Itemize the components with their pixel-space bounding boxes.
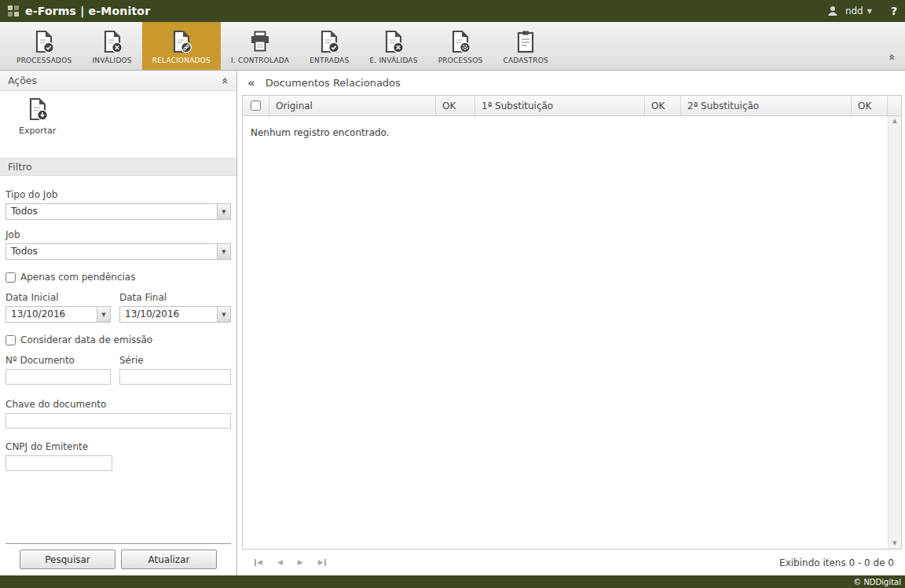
toolbar-item-label: RELACIONADOS: [152, 57, 211, 64]
job-dropdown-button: ▼: [217, 244, 230, 259]
data-inicial-dropdown-button: ▼: [97, 307, 110, 322]
app-window: e-Forms | e-Monitor ndd ▼ ? PROCESSADOS: [0, 0, 905, 588]
apenas-pendencias-checkbox[interactable]: [5, 272, 16, 283]
serie-label: Série: [119, 355, 231, 366]
scroll-down-icon[interactable]: ▼: [892, 541, 896, 546]
grid-body: Nenhum registro encontrado. ▲ ▼: [243, 116, 901, 549]
toolbar-item-label: CADASTROS: [503, 57, 548, 64]
doc-x-icon: [383, 29, 404, 53]
data-final-label: Data Final: [119, 292, 231, 303]
first-page-button[interactable]: ◀: [255, 559, 262, 566]
vertical-scrollbar[interactable]: ▲ ▼: [888, 116, 901, 549]
date-labels-row: Data Inicial Data Final: [5, 283, 231, 306]
toolbar-item-entradas[interactable]: ENTRADAS: [299, 22, 359, 70]
pagination-buttons: ◀ ◀ ▶ ▶: [255, 559, 326, 566]
sidebar-divider: [5, 543, 231, 544]
sidebar-buttons-row: Pesquisar Atualizar: [0, 550, 236, 569]
top-header: e-Forms | e-Monitor ndd ▼ ?: [0, 0, 905, 22]
job-select[interactable]: Todos ▼: [5, 243, 231, 260]
user-icon: [826, 5, 839, 17]
filter-panel-header: Filtro: [0, 158, 236, 176]
tipo-job-select[interactable]: Todos ▼: [5, 203, 231, 220]
emissao-check-row: Considerar data de emissão: [5, 334, 231, 345]
doc-gear-icon: [450, 29, 471, 53]
tipo-job-label: Tipo do Job: [5, 189, 231, 200]
search-button[interactable]: Pesquisar: [20, 550, 115, 569]
toolbar-item-invalidos[interactable]: INVÁLIDOS: [82, 22, 141, 70]
column-header-ok-3[interactable]: OK: [852, 96, 888, 115]
cnpj-emitente-label: CNPJ do Emitente: [5, 441, 231, 452]
last-page-icon: ▶: [318, 559, 324, 566]
toolbar-item-relacionados[interactable]: RELACIONADOS: [142, 22, 221, 70]
sidebar: Ações « Exportar Filtro Tipo do Job Todo…: [0, 71, 237, 575]
column-header-2a-substituicao[interactable]: 2ª Substituição: [681, 96, 852, 115]
date-inputs-row: 13/10/2016 ▼ 13/10/2016 ▼: [5, 306, 231, 323]
brand: e-Forms | e-Monitor: [8, 5, 150, 17]
page-title: Documentos Relacionados: [266, 77, 401, 89]
printer-icon: [248, 29, 272, 53]
column-header-ok-2[interactable]: OK: [645, 96, 681, 115]
select-all-cell: [243, 96, 269, 115]
chave-documento-label: Chave do documento: [5, 399, 231, 410]
ribbon-collapse-button[interactable]: «: [889, 52, 896, 64]
column-header-ok-1[interactable]: OK: [436, 96, 475, 115]
export-button[interactable]: Exportar: [19, 97, 56, 136]
apenas-pendencias-label: Apenas com pendências: [20, 272, 135, 283]
chevron-down-icon: ▼: [222, 209, 225, 215]
data-inicial-value: 13/10/2016: [6, 307, 97, 322]
first-page-icon: ◀: [257, 559, 262, 566]
last-page-button[interactable]: ▶: [318, 559, 326, 566]
user-area: ndd ▼ ?: [826, 5, 897, 17]
collapse-sidebar-button[interactable]: «: [247, 76, 255, 90]
tipo-job-dropdown-button: ▼: [217, 204, 230, 219]
column-header-original[interactable]: Original: [269, 96, 436, 115]
data-final-picker[interactable]: 13/10/2016 ▼: [119, 306, 231, 323]
toolbar-item-i-controlada[interactable]: I. CONTROLADA: [221, 22, 299, 70]
actions-panel-body: Exportar: [0, 91, 236, 141]
grid-header-stub: [888, 96, 901, 115]
copyright-text: © NDDigital: [853, 578, 901, 586]
footer-bar: © NDDigital: [0, 575, 905, 588]
column-header-1a-substituicao[interactable]: 1ª Substituição: [475, 96, 645, 115]
data-final-value: 13/10/2016: [120, 307, 217, 322]
next-page-button[interactable]: ▶: [298, 559, 303, 566]
clipboard-icon: [515, 29, 536, 53]
actions-panel-header: Ações «: [0, 71, 236, 91]
numero-documento-input[interactable]: [5, 369, 111, 385]
pagination-bar: ◀ ◀ ▶ ▶ Exibindo itens 0 - 0 de 0: [242, 550, 902, 575]
toolbar-item-label: E. INVÁLIDAS: [369, 57, 417, 64]
help-button[interactable]: ?: [891, 5, 897, 17]
doc-labels-row: Nº Documento Série: [5, 345, 231, 369]
toolbar-item-processados[interactable]: PROCESSADOS: [6, 22, 82, 70]
collapse-actions-icon[interactable]: «: [219, 77, 230, 84]
numero-documento-label: Nº Documento: [5, 355, 111, 366]
serie-input[interactable]: [119, 369, 231, 385]
considerar-emissao-label: Considerar data de emissão: [20, 334, 152, 345]
filter-form: Tipo do Job Todos ▼ Job Todos ▼ Apenas c…: [0, 176, 236, 543]
job-label: Job: [5, 229, 231, 240]
scroll-up-icon[interactable]: ▲: [892, 119, 896, 124]
chevron-down-icon: ▼: [867, 8, 872, 15]
toolbar-item-cadastros[interactable]: CADASTROS: [493, 22, 558, 70]
doc-link-icon: [171, 29, 192, 53]
toolbar-item-label: PROCESSOS: [438, 57, 483, 64]
toolbar-item-e-invalidas[interactable]: E. INVÁLIDAS: [359, 22, 427, 70]
double-chevron-up-icon: «: [886, 53, 897, 60]
user-menu[interactable]: ndd ▼: [845, 5, 872, 16]
toolbar-item-label: PROCESSADOS: [16, 57, 71, 64]
main-header: « Documentos Relacionados: [242, 71, 902, 95]
export-button-label: Exportar: [19, 126, 56, 136]
considerar-emissao-checkbox[interactable]: [5, 335, 16, 345]
chevron-down-icon: ▼: [222, 249, 225, 255]
select-all-checkbox[interactable]: [251, 100, 261, 111]
cnpj-emitente-input[interactable]: [5, 455, 112, 471]
documents-grid: Original OK 1ª Substituição OK 2ª Substi…: [242, 95, 902, 550]
refresh-button[interactable]: Atualizar: [121, 550, 217, 569]
doc-check-icon: [319, 29, 339, 53]
toolbar-item-processos[interactable]: PROCESSOS: [428, 22, 493, 70]
previous-page-button[interactable]: ◀: [277, 559, 283, 566]
data-inicial-picker[interactable]: 13/10/2016 ▼: [5, 306, 111, 323]
chave-documento-input[interactable]: [5, 413, 231, 429]
app-logo-icon: [8, 5, 19, 16]
main-panel: « Documentos Relacionados Original OK 1ª…: [237, 71, 905, 575]
